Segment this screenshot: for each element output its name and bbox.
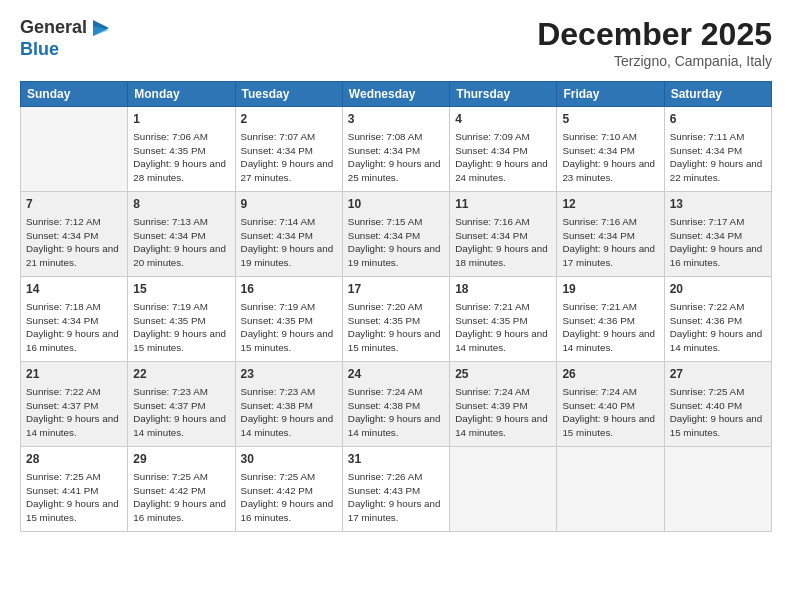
day-info: Sunrise: 7:21 AMSunset: 4:35 PMDaylight:…	[455, 300, 551, 355]
calendar-cell	[557, 447, 664, 532]
day-info: Sunrise: 7:14 AMSunset: 4:34 PMDaylight:…	[241, 215, 337, 270]
calendar-cell: 25Sunrise: 7:24 AMSunset: 4:39 PMDayligh…	[450, 362, 557, 447]
calendar-cell	[664, 447, 771, 532]
calendar-cell	[21, 107, 128, 192]
day-info: Sunrise: 7:26 AMSunset: 4:43 PMDaylight:…	[348, 470, 444, 525]
calendar-cell: 16Sunrise: 7:19 AMSunset: 4:35 PMDayligh…	[235, 277, 342, 362]
title-block: December 2025 Terzigno, Campania, Italy	[537, 16, 772, 69]
day-info: Sunrise: 7:24 AMSunset: 4:40 PMDaylight:…	[562, 385, 658, 440]
calendar-cell: 30Sunrise: 7:25 AMSunset: 4:42 PMDayligh…	[235, 447, 342, 532]
logo-blue: Blue	[20, 39, 59, 59]
day-info: Sunrise: 7:15 AMSunset: 4:34 PMDaylight:…	[348, 215, 444, 270]
day-number: 23	[241, 366, 337, 383]
calendar-cell: 14Sunrise: 7:18 AMSunset: 4:34 PMDayligh…	[21, 277, 128, 362]
calendar-cell: 17Sunrise: 7:20 AMSunset: 4:35 PMDayligh…	[342, 277, 449, 362]
calendar-cell: 4Sunrise: 7:09 AMSunset: 4:34 PMDaylight…	[450, 107, 557, 192]
calendar-cell: 18Sunrise: 7:21 AMSunset: 4:35 PMDayligh…	[450, 277, 557, 362]
day-info: Sunrise: 7:25 AMSunset: 4:41 PMDaylight:…	[26, 470, 122, 525]
day-info: Sunrise: 7:25 AMSunset: 4:42 PMDaylight:…	[133, 470, 229, 525]
day-number: 12	[562, 196, 658, 213]
day-number: 5	[562, 111, 658, 128]
calendar-cell: 29Sunrise: 7:25 AMSunset: 4:42 PMDayligh…	[128, 447, 235, 532]
weekday-header-sunday: Sunday	[21, 82, 128, 107]
header: General Blue December 2025 Terzigno, Cam…	[20, 16, 772, 69]
day-number: 31	[348, 451, 444, 468]
calendar-cell: 28Sunrise: 7:25 AMSunset: 4:41 PMDayligh…	[21, 447, 128, 532]
day-info: Sunrise: 7:22 AMSunset: 4:37 PMDaylight:…	[26, 385, 122, 440]
calendar-cell: 23Sunrise: 7:23 AMSunset: 4:38 PMDayligh…	[235, 362, 342, 447]
calendar-cell: 15Sunrise: 7:19 AMSunset: 4:35 PMDayligh…	[128, 277, 235, 362]
calendar-subtitle: Terzigno, Campania, Italy	[537, 53, 772, 69]
day-info: Sunrise: 7:12 AMSunset: 4:34 PMDaylight:…	[26, 215, 122, 270]
calendar-header-row: SundayMondayTuesdayWednesdayThursdayFrid…	[21, 82, 772, 107]
day-number: 26	[562, 366, 658, 383]
day-number: 27	[670, 366, 766, 383]
calendar-cell: 10Sunrise: 7:15 AMSunset: 4:34 PMDayligh…	[342, 192, 449, 277]
calendar-cell: 13Sunrise: 7:17 AMSunset: 4:34 PMDayligh…	[664, 192, 771, 277]
calendar-cell: 21Sunrise: 7:22 AMSunset: 4:37 PMDayligh…	[21, 362, 128, 447]
calendar-cell: 20Sunrise: 7:22 AMSunset: 4:36 PMDayligh…	[664, 277, 771, 362]
calendar-cell: 27Sunrise: 7:25 AMSunset: 4:40 PMDayligh…	[664, 362, 771, 447]
day-info: Sunrise: 7:11 AMSunset: 4:34 PMDaylight:…	[670, 130, 766, 185]
day-info: Sunrise: 7:10 AMSunset: 4:34 PMDaylight:…	[562, 130, 658, 185]
calendar-cell: 22Sunrise: 7:23 AMSunset: 4:37 PMDayligh…	[128, 362, 235, 447]
day-number: 29	[133, 451, 229, 468]
weekday-header-tuesday: Tuesday	[235, 82, 342, 107]
weekday-header-thursday: Thursday	[450, 82, 557, 107]
day-number: 25	[455, 366, 551, 383]
day-info: Sunrise: 7:19 AMSunset: 4:35 PMDaylight:…	[241, 300, 337, 355]
day-number: 7	[26, 196, 122, 213]
day-info: Sunrise: 7:19 AMSunset: 4:35 PMDaylight:…	[133, 300, 229, 355]
calendar-cell: 6Sunrise: 7:11 AMSunset: 4:34 PMDaylight…	[664, 107, 771, 192]
calendar-title: December 2025	[537, 16, 772, 53]
calendar-cell: 11Sunrise: 7:16 AMSunset: 4:34 PMDayligh…	[450, 192, 557, 277]
calendar-table: SundayMondayTuesdayWednesdayThursdayFrid…	[20, 81, 772, 532]
day-number: 10	[348, 196, 444, 213]
calendar-cell: 12Sunrise: 7:16 AMSunset: 4:34 PMDayligh…	[557, 192, 664, 277]
day-info: Sunrise: 7:07 AMSunset: 4:34 PMDaylight:…	[241, 130, 337, 185]
day-info: Sunrise: 7:09 AMSunset: 4:34 PMDaylight:…	[455, 130, 551, 185]
day-number: 21	[26, 366, 122, 383]
day-number: 3	[348, 111, 444, 128]
calendar-week-row: 14Sunrise: 7:18 AMSunset: 4:34 PMDayligh…	[21, 277, 772, 362]
day-number: 6	[670, 111, 766, 128]
calendar-cell: 26Sunrise: 7:24 AMSunset: 4:40 PMDayligh…	[557, 362, 664, 447]
day-number: 4	[455, 111, 551, 128]
day-info: Sunrise: 7:25 AMSunset: 4:40 PMDaylight:…	[670, 385, 766, 440]
weekday-header-wednesday: Wednesday	[342, 82, 449, 107]
calendar-cell: 2Sunrise: 7:07 AMSunset: 4:34 PMDaylight…	[235, 107, 342, 192]
day-info: Sunrise: 7:24 AMSunset: 4:39 PMDaylight:…	[455, 385, 551, 440]
day-number: 9	[241, 196, 337, 213]
day-number: 8	[133, 196, 229, 213]
calendar-week-row: 28Sunrise: 7:25 AMSunset: 4:41 PMDayligh…	[21, 447, 772, 532]
day-number: 2	[241, 111, 337, 128]
logo-general: General	[20, 18, 87, 38]
day-info: Sunrise: 7:25 AMSunset: 4:42 PMDaylight:…	[241, 470, 337, 525]
day-info: Sunrise: 7:24 AMSunset: 4:38 PMDaylight:…	[348, 385, 444, 440]
calendar-cell: 7Sunrise: 7:12 AMSunset: 4:34 PMDaylight…	[21, 192, 128, 277]
calendar-cell: 24Sunrise: 7:24 AMSunset: 4:38 PMDayligh…	[342, 362, 449, 447]
day-info: Sunrise: 7:06 AMSunset: 4:35 PMDaylight:…	[133, 130, 229, 185]
day-number: 15	[133, 281, 229, 298]
calendar-cell: 9Sunrise: 7:14 AMSunset: 4:34 PMDaylight…	[235, 192, 342, 277]
day-info: Sunrise: 7:21 AMSunset: 4:36 PMDaylight:…	[562, 300, 658, 355]
day-info: Sunrise: 7:18 AMSunset: 4:34 PMDaylight:…	[26, 300, 122, 355]
calendar-cell	[450, 447, 557, 532]
calendar-week-row: 21Sunrise: 7:22 AMSunset: 4:37 PMDayligh…	[21, 362, 772, 447]
day-info: Sunrise: 7:16 AMSunset: 4:34 PMDaylight:…	[562, 215, 658, 270]
calendar-cell: 5Sunrise: 7:10 AMSunset: 4:34 PMDaylight…	[557, 107, 664, 192]
day-number: 17	[348, 281, 444, 298]
day-number: 24	[348, 366, 444, 383]
logo-icon	[89, 16, 113, 40]
day-number: 13	[670, 196, 766, 213]
calendar-cell: 3Sunrise: 7:08 AMSunset: 4:34 PMDaylight…	[342, 107, 449, 192]
day-number: 16	[241, 281, 337, 298]
day-info: Sunrise: 7:23 AMSunset: 4:38 PMDaylight:…	[241, 385, 337, 440]
day-number: 22	[133, 366, 229, 383]
day-number: 28	[26, 451, 122, 468]
day-number: 11	[455, 196, 551, 213]
calendar-cell: 1Sunrise: 7:06 AMSunset: 4:35 PMDaylight…	[128, 107, 235, 192]
weekday-header-friday: Friday	[557, 82, 664, 107]
page: General Blue December 2025 Terzigno, Cam…	[0, 0, 792, 612]
logo: General Blue	[20, 16, 113, 60]
